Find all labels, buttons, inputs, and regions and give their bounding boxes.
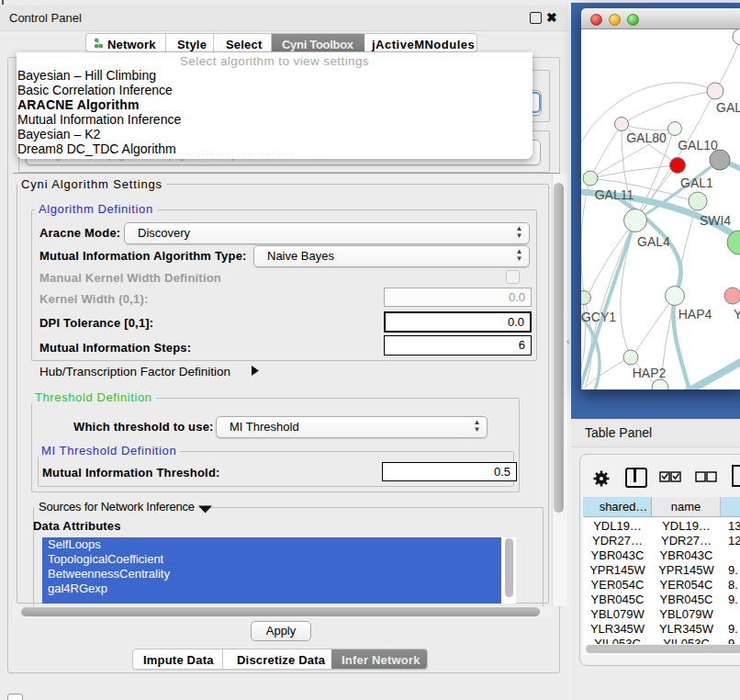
svg-text:SWI4: SWI4	[700, 213, 731, 228]
svg-text:GCY1: GCY1	[581, 310, 616, 324]
svg-text:GAL80: GAL80	[626, 130, 667, 145]
svg-text:HAP4: HAP4	[678, 307, 712, 322]
svg-text:YJ: YJ	[734, 307, 740, 322]
svg-text:GAL7: GAL7	[716, 100, 740, 115]
svg-text:GAL1: GAL1	[680, 175, 713, 190]
svg-text:GAL11: GAL11	[595, 187, 634, 202]
svg-text:GAL10: GAL10	[678, 138, 718, 152]
svg-text:GAL4: GAL4	[637, 234, 670, 249]
svg-text:HAP2: HAP2	[633, 366, 667, 380]
